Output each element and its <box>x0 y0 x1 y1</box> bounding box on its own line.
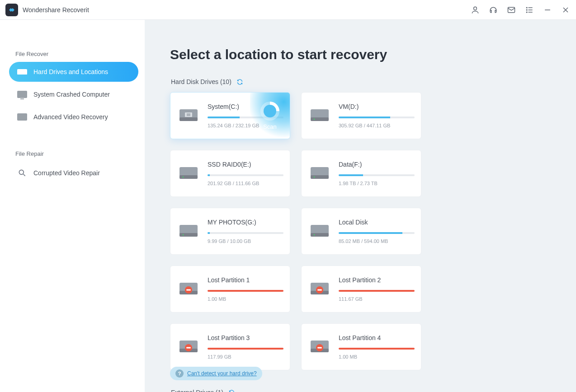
usage-bar <box>208 290 283 292</box>
drive-icon <box>308 336 331 358</box>
drive-icon <box>17 69 27 75</box>
mail-icon[interactable] <box>506 5 516 15</box>
drive-size: 85.02 MB / 594.00 MB <box>339 238 415 244</box>
drive-icon <box>177 220 200 242</box>
minimize-button[interactable] <box>543 5 552 15</box>
window-controls <box>470 5 571 15</box>
drive-icon <box>177 278 200 300</box>
drive-card[interactable]: Lost Partition 3117.99 GB <box>170 323 290 370</box>
group-header-external: External Drives (1) <box>171 388 550 392</box>
drive-cards-hdd: System(C:)135.24 GB / 232.19 GBScanVM(D:… <box>170 92 550 370</box>
svg-rect-24 <box>311 175 329 179</box>
drive-name: Lost Partition 3 <box>208 334 283 341</box>
usage-bar <box>339 174 415 176</box>
svg-point-11 <box>19 170 24 174</box>
drive-name: MY PHOTOS(G:) <box>208 219 283 226</box>
drive-card[interactable]: Lost Partition 11.00 MB <box>170 266 290 313</box>
svg-point-6 <box>526 12 527 13</box>
drive-size: 1.00 MB <box>339 354 415 359</box>
drive-icon <box>308 105 331 126</box>
drive-name: Data(F:) <box>339 161 415 168</box>
magnifier-icon <box>17 168 27 178</box>
drive-name: Lost Partition 4 <box>339 334 415 341</box>
drive-card[interactable]: SSD RAID0(E:)201.92 GB / 111.66 GB <box>170 150 290 197</box>
drive-size: 9.99 GB / 10.00 GB <box>208 238 283 244</box>
sidebar-item-label: Hard Drives and Locations <box>33 68 108 75</box>
svg-point-28 <box>183 234 184 236</box>
svg-point-0 <box>474 7 477 10</box>
titlebar: Wondershare Recoverit <box>0 0 576 20</box>
drive-name: Lost Partition 1 <box>208 276 283 284</box>
drive-size: 305.92 GB / 447.11 GB <box>339 123 415 128</box>
drive-icon <box>177 105 200 126</box>
drive-icon <box>308 278 331 300</box>
usage-bar <box>208 348 283 350</box>
usage-bar <box>208 174 283 176</box>
scan-badge[interactable]: Scan <box>250 93 290 139</box>
close-button[interactable] <box>561 5 571 15</box>
sidebar-item-hard-drives[interactable]: Hard Drives and Locations <box>9 62 138 82</box>
drive-icon <box>177 336 200 358</box>
question-icon: ? <box>175 369 184 378</box>
drive-size: 201.92 GB / 111.66 GB <box>208 181 283 186</box>
sidebar-item-system-crashed[interactable]: System Crashed Computer <box>9 84 138 104</box>
svg-rect-16 <box>187 113 190 116</box>
menu-list-icon[interactable] <box>524 5 534 15</box>
drive-card[interactable]: Lost Partition 41.00 MB <box>301 323 421 370</box>
help-pill[interactable]: ? Can't detect your hard drive? <box>170 367 262 380</box>
svg-rect-43 <box>186 347 191 349</box>
app-title: Wondershare Recoverit <box>23 6 89 14</box>
svg-point-22 <box>183 177 184 178</box>
video-icon <box>17 113 27 121</box>
app-logo-icon <box>5 4 18 16</box>
drive-icon <box>308 163 331 184</box>
usage-bar <box>339 348 415 350</box>
scan-label: Scan <box>263 123 277 130</box>
group-title: Hard Disk Drives (10) <box>171 78 231 85</box>
support-icon[interactable] <box>488 5 498 15</box>
sidebar-section-file-recover: File Recover <box>15 51 132 57</box>
sidebar-item-label: Advanced Video Recovery <box>33 113 108 121</box>
usage-bar <box>339 117 415 118</box>
svg-point-31 <box>314 234 315 236</box>
drive-card[interactable]: Data(F:)1.98 TB / 2.73 TB <box>301 150 421 197</box>
svg-point-25 <box>314 177 315 178</box>
drive-card[interactable]: MY PHOTOS(G:)9.99 GB / 10.00 GB <box>170 208 290 255</box>
user-icon[interactable] <box>470 5 480 15</box>
drive-name: Local Disk <box>339 219 415 226</box>
help-link[interactable]: Can't detect your hard drive? <box>187 370 257 377</box>
sidebar-item-corrupted-video[interactable]: Corrupted Video Repair <box>9 162 138 184</box>
drive-card[interactable]: Lost Partition 2111.67 GB <box>301 266 421 313</box>
drive-icon <box>177 163 200 184</box>
drive-name: SSD RAID0(E:) <box>208 161 283 168</box>
refresh-icon[interactable] <box>236 78 244 86</box>
drive-card[interactable]: VM(D:)305.92 GB / 447.11 GB <box>301 92 421 139</box>
svg-rect-47 <box>317 347 322 349</box>
svg-rect-30 <box>311 233 329 237</box>
usage-bar <box>208 232 283 234</box>
drive-icon <box>308 220 331 242</box>
sidebar-item-advanced-video[interactable]: Advanced Video Recovery <box>9 107 138 127</box>
monitor-icon <box>17 91 27 98</box>
svg-point-4 <box>526 9 527 10</box>
drive-size: 111.67 GB <box>339 296 415 302</box>
sidebar: File Recover Hard Drives and Locations S… <box>0 20 145 392</box>
drive-size: 117.99 GB <box>208 354 283 359</box>
svg-rect-27 <box>179 233 198 237</box>
drive-card[interactable]: Local Disk85.02 MB / 594.00 MB <box>301 208 421 255</box>
svg-rect-14 <box>179 117 198 121</box>
drive-name: Lost Partition 2 <box>339 276 415 284</box>
sidebar-section-file-repair: File Repair <box>15 150 132 157</box>
svg-line-12 <box>24 174 25 176</box>
svg-point-2 <box>526 7 527 8</box>
usage-bar <box>339 290 415 292</box>
page-title: Select a location to start recovery <box>170 47 550 62</box>
drive-card[interactable]: System(C:)135.24 GB / 232.19 GBScan <box>170 92 290 139</box>
svg-rect-39 <box>317 289 322 291</box>
content-area: Select a location to start recovery Hard… <box>145 20 576 392</box>
group-header-hdd: Hard Disk Drives (10) <box>171 78 550 86</box>
sidebar-item-label: Corrupted Video Repair <box>33 169 100 177</box>
sidebar-item-label: System Crashed Computer <box>33 91 110 98</box>
scan-progress-icon <box>260 102 279 121</box>
refresh-icon[interactable] <box>228 388 236 392</box>
